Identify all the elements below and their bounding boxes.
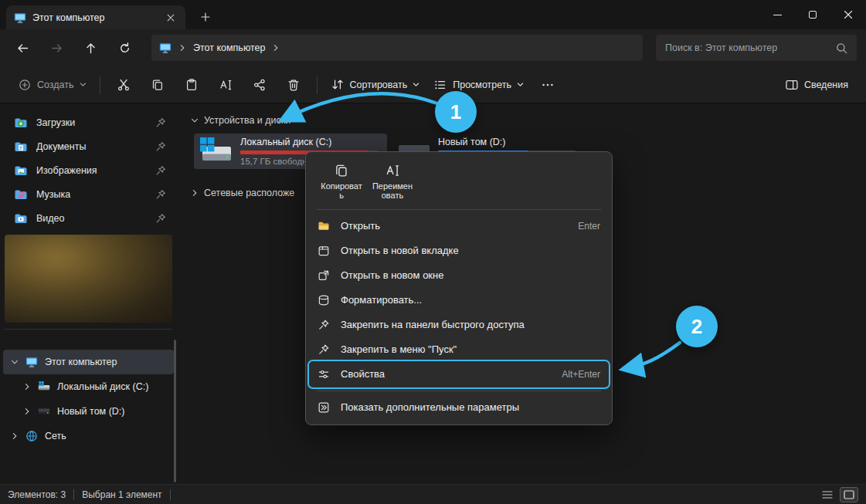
rename-button[interactable] — [210, 71, 241, 99]
menu-item-open-new-tab[interactable]: Открыть в новой вкладке — [310, 238, 608, 263]
menu-separator — [317, 391, 601, 391]
share-icon — [253, 78, 267, 92]
tree-item-label: Локальный диск (C:) — [57, 381, 148, 392]
explorer-tab[interactable]: Этот компьютер — [6, 5, 185, 29]
view-icon — [433, 78, 447, 92]
pin-icon — [318, 319, 330, 331]
tree-item-disk-d[interactable]: Новый том (D:) — [3, 399, 174, 424]
chevron-right-icon — [272, 44, 280, 52]
sort-button[interactable]: Сортировать — [324, 71, 427, 99]
menu-item-pin-quick-access[interactable]: Закрепить на панели быстрого доступа — [310, 313, 608, 337]
section-devices[interactable]: Устройства и диски — [191, 113, 866, 127]
menu-item-open[interactable]: Открыть Enter — [310, 214, 608, 238]
sidebar-item-music[interactable]: Музыка — [3, 182, 177, 206]
sidebar: Загрузки Документы Изображения Музыка Ви… — [0, 104, 180, 484]
sidebar-scrollbar[interactable] — [174, 340, 176, 482]
view-button[interactable]: Просмотреть — [426, 71, 531, 99]
chevron-down-icon — [191, 117, 199, 124]
more-button[interactable] — [532, 71, 563, 99]
details-view-icon[interactable] — [818, 487, 837, 502]
delete-button[interactable] — [278, 71, 309, 99]
chevron-right-icon[interactable] — [11, 432, 19, 440]
section-network-label: Сетевые расположе — [204, 188, 294, 198]
cut-button[interactable] — [108, 71, 139, 99]
chevron-right-icon — [191, 189, 199, 197]
address-bar[interactable]: Этот компьютер — [151, 35, 643, 61]
tree-item-network[interactable]: Сеть — [3, 424, 174, 448]
chevron-right-icon — [178, 44, 186, 52]
sidebar-item-downloads[interactable]: Загрузки — [3, 110, 177, 134]
copy-icon — [334, 163, 349, 178]
chevron-down-icon[interactable] — [11, 358, 19, 366]
sidebar-item-videos[interactable]: Видео — [3, 206, 177, 230]
forward-button[interactable] — [43, 35, 70, 61]
tab-close-icon[interactable] — [164, 11, 178, 25]
sidebar-item-label: Видео — [36, 213, 147, 224]
search-placeholder: Поиск в: Этот компьютер — [665, 42, 836, 53]
plus-circle-icon — [18, 78, 32, 92]
drive-name: Новый том (D:) — [438, 137, 580, 149]
back-button[interactable] — [9, 35, 36, 61]
breadcrumb-item[interactable]: Этот компьютер — [193, 42, 265, 53]
chevron-right-icon[interactable] — [23, 408, 31, 415]
sidebar-item-label: Документы — [36, 141, 147, 152]
more-icon — [541, 78, 555, 92]
drive-icon — [199, 136, 234, 167]
delete-icon — [287, 78, 301, 92]
quick-copy-button[interactable]: Копировать — [318, 160, 365, 204]
menu-item-more-options[interactable]: Показать дополнительные параметры — [310, 395, 608, 420]
paste-icon — [185, 78, 199, 92]
sidebar-item-label: Музыка — [36, 189, 147, 200]
computer-icon — [14, 12, 26, 24]
details-icon — [785, 78, 799, 92]
close-button[interactable] — [830, 0, 866, 29]
sort-icon — [331, 78, 345, 92]
new-button[interactable]: Создать — [11, 71, 93, 99]
menu-item-properties[interactable]: Свойства Alt+Enter — [310, 362, 608, 387]
search-icon — [836, 42, 847, 54]
properties-icon — [318, 368, 330, 381]
menu-item-pin-start[interactable]: Закрепить в меню "Пуск" — [310, 337, 608, 362]
back-icon — [16, 42, 29, 55]
drive-name: Локальный диск (C:) — [240, 137, 382, 149]
new-button-label: Создать — [37, 79, 74, 90]
more-options-icon — [318, 401, 330, 414]
pin-icon — [155, 117, 166, 128]
sidebar-item-pictures[interactable]: Изображения — [3, 158, 177, 182]
chevron-down-icon — [413, 81, 419, 88]
new-tab-button[interactable] — [196, 8, 215, 25]
menu-separator — [317, 209, 601, 210]
sidebar-item-label: Изображения — [36, 165, 147, 176]
share-button[interactable] — [244, 71, 275, 99]
menu-item-open-new-window[interactable]: Открыть в новом окне — [310, 263, 608, 288]
navigation-bar: Этот компьютер Поиск в: Этот компьютер — [0, 29, 866, 66]
new-tab-icon — [318, 245, 330, 257]
tree-item-this-pc[interactable]: Этот компьютер — [3, 350, 174, 374]
computer-icon — [159, 42, 172, 54]
quick-rename-button[interactable]: Переименовать — [368, 160, 416, 204]
titlebar: Этот компьютер — [0, 0, 866, 29]
refresh-button[interactable] — [111, 35, 138, 61]
window-controls — [759, 0, 866, 29]
maximize-button[interactable] — [795, 0, 830, 29]
sidebar-item-documents[interactable]: Документы — [3, 134, 177, 158]
up-button[interactable] — [77, 35, 104, 61]
details-button-label: Сведения — [804, 79, 848, 90]
chevron-right-icon[interactable] — [23, 383, 31, 391]
documents-icon — [14, 140, 28, 154]
copy-button[interactable] — [142, 71, 173, 99]
details-button[interactable]: Сведения — [778, 71, 855, 99]
menu-item-format[interactable]: Форматировать... — [310, 288, 608, 313]
drive-icon — [38, 381, 50, 393]
thumbnail-view-icon[interactable] — [840, 487, 858, 502]
pin-icon — [155, 141, 166, 152]
quick-copy-label: Копировать — [319, 181, 364, 201]
tab-title: Этот компьютер — [32, 12, 158, 23]
search-box[interactable]: Поиск в: Этот компьютер — [656, 35, 857, 61]
minimize-button[interactable] — [759, 0, 795, 29]
up-icon — [84, 42, 97, 55]
pin-icon — [318, 343, 330, 356]
paste-button[interactable] — [176, 71, 207, 99]
forward-icon — [50, 42, 63, 55]
tree-item-disk-c[interactable]: Локальный диск (C:) — [3, 374, 174, 399]
